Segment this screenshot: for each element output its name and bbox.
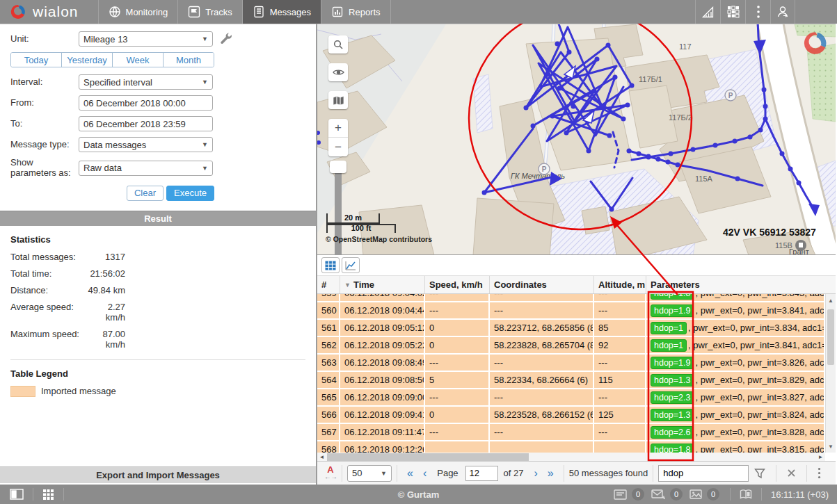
wialon-app: wialon Monitoring Tracks (0, 0, 837, 504)
clear-filter-button[interactable] (781, 469, 802, 478)
divider (564, 465, 564, 482)
tab-tracks[interactable]: Tracks (178, 0, 243, 24)
hdop-badge: hdop=1.9 (651, 357, 694, 369)
notifications-log-button[interactable] (611, 489, 630, 500)
current-time-label: 16:11:11 (+03) (771, 489, 829, 500)
clear-button[interactable]: Clear (127, 186, 164, 201)
message-type-select[interactable]: Data messages ▼ (79, 137, 213, 152)
map-visibility-button[interactable] (328, 63, 348, 81)
interval-week-button[interactable]: Week (113, 53, 164, 67)
wialon-logo: wialon (0, 0, 98, 24)
filter-funnel-icon (754, 468, 765, 479)
parameters-text: , pwr_ext=0, pwr_int=3.828, adc1=0, (695, 427, 825, 437)
column-header-parameters[interactable]: Parameters (646, 276, 836, 293)
media-button[interactable] (687, 489, 705, 499)
message-table-row[interactable]: 565 06.12.2018 09:09:00 --- --- --- hdop… (317, 389, 825, 407)
page-number-input[interactable] (465, 466, 498, 481)
message-table-row[interactable]: 564 06.12.2018 09:08:50 5 58.22334, 68.2… (317, 372, 825, 389)
column-header-altitude[interactable]: Altitude, m (594, 276, 646, 293)
cell-parameters: hdop=1, pwr_ext=0, pwr_int=3.841, adc1=0… (646, 337, 825, 355)
driver-messages-button[interactable] (648, 489, 668, 500)
message-table-row[interactable]: 567 06.12.2018 09:11:47 --- --- --- hdop… (317, 424, 825, 441)
chart-view-button[interactable] (342, 257, 360, 273)
zoom-slider-handle[interactable] (330, 161, 346, 173)
tab-messages[interactable]: Messages (243, 0, 321, 24)
last-page-button[interactable]: » (543, 467, 559, 480)
map-label-117b2: 117Б/2 (669, 113, 692, 122)
parameters-text: , pwr_ext=0, pwr_int=3.829, adc1=0, (695, 375, 825, 385)
show-params-value: Raw data (83, 163, 122, 173)
measure-ruler-button[interactable] (695, 0, 720, 24)
vertical-scroll-thumb[interactable] (827, 309, 834, 365)
column-label: Coordinates (494, 279, 547, 290)
top-right-icons (695, 0, 795, 24)
message-table-row[interactable]: 566 06.12.2018 09:09:41 0 58.223528, 68.… (317, 407, 825, 424)
cell-time: 06.12.2018 09:08:49 (340, 355, 425, 372)
show-params-select[interactable]: Raw data ▼ (79, 161, 213, 176)
message-table-row[interactable]: 561 06.12.2018 09:05:12 0 58.223712, 68.… (317, 320, 825, 337)
cell-speed: 0 (425, 337, 490, 355)
user-account-button[interactable] (770, 0, 795, 24)
cell-coordinates: 58.223828, 68.265704 (8) (490, 337, 594, 355)
stat-value: 1317 (87, 252, 125, 262)
map-layers-button[interactable] (328, 91, 348, 109)
execute-button[interactable]: Execute (166, 186, 214, 201)
chevron-down-icon: ▼ (381, 470, 387, 477)
unit-select[interactable]: Mileage 13 ▼ (79, 31, 213, 47)
column-header-coordinates[interactable]: Coordinates (490, 276, 594, 293)
first-page-button[interactable]: « (402, 467, 418, 480)
prev-page-button[interactable]: ‹ (418, 467, 431, 480)
unit-settings-wrench-button[interactable] (220, 32, 232, 46)
column-header-num[interactable]: # (317, 276, 340, 293)
cell-time: 06.12.2018 09:11:47 (340, 424, 425, 441)
apply-filter-button[interactable] (749, 468, 771, 479)
parameter-filter-input[interactable] (658, 465, 749, 482)
map-canvas[interactable]: 117 117Б/1 117Б/2 115A 115B ГК Мечтатель… (317, 24, 836, 254)
message-table-row[interactable]: 563 06.12.2018 09:08:49 --- --- --- hdop… (317, 355, 825, 372)
tab-monitoring[interactable]: Monitoring (99, 0, 179, 24)
cell-coordinates: --- (490, 294, 594, 302)
zoom-out-button[interactable]: − (328, 138, 348, 156)
tab-reports[interactable]: Reports (321, 0, 391, 24)
interval-yesterday-button[interactable]: Yesterday (62, 53, 113, 67)
apps-grid-button[interactable] (720, 0, 745, 24)
message-table-row[interactable]: 559 06.12.2018 09:04:02 --- --- --- hdop… (317, 294, 825, 302)
column-header-speed[interactable]: Speed, km/h (425, 276, 490, 293)
horizontal-scroll-thumb[interactable] (327, 453, 529, 461)
message-table-row[interactable]: 568 06.12.2018 09:12:26 hdop=1.8, pwr_ex… (317, 441, 825, 453)
table-options-button[interactable] (812, 467, 827, 479)
parameters-text: , pwr_ext=0, pwr_int=3.827, adc1=0, (695, 392, 825, 403)
to-date-input[interactable] (79, 116, 213, 131)
export-import-messages-bar[interactable]: Export and Import Messages (0, 466, 316, 483)
column-label: Parameters (651, 279, 700, 290)
table-legend-title: Table Legend (10, 368, 305, 379)
zoom-in-button[interactable]: + (328, 119, 348, 138)
map-search-button[interactable] (328, 35, 348, 54)
page-size-select[interactable]: 50 ▼ (347, 465, 392, 482)
next-page-button[interactable]: › (529, 467, 543, 480)
column-header-time[interactable]: ▼Time (340, 276, 425, 293)
message-table-row[interactable]: 562 06.12.2018 09:05:22 0 58.223828, 68.… (317, 337, 825, 355)
cell-altitude: --- (594, 302, 646, 320)
help-guide-button[interactable] (737, 489, 755, 499)
stat-label: Total messages: (10, 252, 87, 262)
cell-parameters: hdop=1, pwr_ext=0, pwr_int=3.834, adc1=0… (646, 320, 825, 337)
table-view-button[interactable] (321, 257, 340, 273)
cell-time: 06.12.2018 09:09:00 (340, 389, 425, 407)
interval-month-button[interactable]: Month (164, 53, 214, 67)
cell-speed: --- (425, 424, 490, 441)
from-date-input[interactable] (79, 95, 213, 111)
scroll-up-arrow[interactable]: ▲ (826, 295, 836, 305)
tab-label: Tracks (205, 7, 232, 17)
cell-altitude: 85 (594, 320, 646, 337)
chart-line-icon (345, 261, 356, 270)
more-menu-button[interactable] (745, 0, 770, 24)
column-label: Altitude, m (598, 279, 645, 290)
cell-altitude: 125 (594, 407, 646, 424)
autowidth-columns-button[interactable]: A←→ (324, 466, 337, 480)
table-vertical-scrollbar[interactable]: ▲ ▼ (825, 294, 836, 453)
interval-today-button[interactable]: Today (11, 53, 62, 67)
interval-select[interactable]: Specified interval ▼ (79, 74, 213, 90)
message-table-row[interactable]: 560 06.12.2018 09:04:44 --- --- --- hdop… (317, 302, 825, 320)
scroll-down-arrow[interactable]: ▼ (826, 441, 836, 451)
